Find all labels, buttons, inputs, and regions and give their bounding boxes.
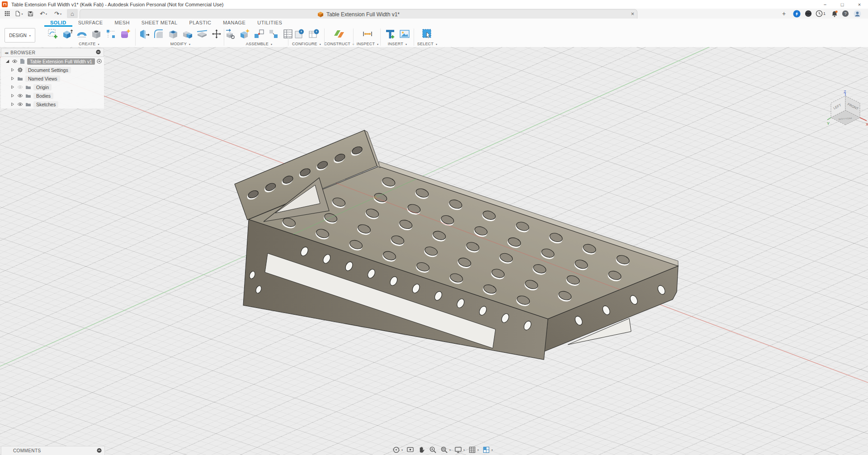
tab-sheet-metal[interactable]: SHEET METAL (136, 19, 184, 27)
save-button[interactable] (26, 9, 34, 18)
create-form-button[interactable] (118, 27, 132, 41)
browser-header[interactable]: ◀◀ BROWSER (1, 48, 104, 57)
zoom-window-button[interactable]: ▾ (439, 445, 452, 455)
zoom-button[interactable] (428, 445, 438, 455)
grid-snap-button[interactable]: ▾ (467, 445, 480, 455)
eye-icon[interactable] (17, 102, 23, 106)
tab-mesh[interactable]: MESH (108, 19, 135, 27)
status-globe-icon[interactable] (805, 9, 812, 18)
browser-options-icon[interactable] (96, 50, 101, 56)
redo-button[interactable]: ↷▾ (52, 9, 64, 18)
browser-item-label[interactable]: Bodies (33, 93, 53, 99)
tab-solid[interactable]: SOLID (44, 19, 72, 27)
caret-down-icon: ▾ (189, 43, 190, 46)
browser-item-label[interactable]: Named Views (25, 76, 60, 82)
group-label-insert[interactable]: INSERT▾ (388, 42, 407, 46)
browser-item-sketches[interactable]: Sketches (1, 100, 104, 109)
move-copy-button[interactable] (210, 27, 223, 41)
eye-off-icon[interactable] (17, 85, 23, 89)
new-component-button[interactable] (238, 27, 251, 41)
document-tab[interactable]: Table Extension Full Width v1* × (80, 9, 637, 19)
maximize-button[interactable]: □ (834, 2, 851, 7)
tab-manage[interactable]: MANAGE (217, 19, 251, 27)
browser-root-row[interactable]: Table Extension Full Width v1 (1, 57, 104, 66)
configuration-table-button[interactable] (307, 27, 321, 41)
as-built-joint-button[interactable] (267, 27, 280, 41)
expand-icon[interactable] (11, 68, 15, 72)
measure-button[interactable] (361, 27, 374, 41)
help-icon[interactable]: ? (842, 9, 849, 18)
press-pull-button[interactable] (137, 27, 151, 41)
browser-root-label[interactable]: Table Extension Full Width v1 (27, 58, 95, 65)
group-label-assemble[interactable]: ASSEMBLE▾ (246, 42, 272, 46)
shell-button[interactable] (166, 27, 180, 41)
browser-item-bodies[interactable]: Bodies (1, 91, 104, 100)
combine-button[interactable] (181, 27, 194, 41)
group-label-select[interactable]: SELECT▾ (417, 42, 437, 46)
look-at-button[interactable] (406, 445, 415, 455)
viewport-3d-canvas[interactable]: ◀◀ BROWSER Table Extension Full Width v1 (0, 47, 868, 455)
browser-item-label[interactable]: Origin (33, 84, 52, 90)
fillet-button[interactable] (152, 27, 165, 41)
viewports-button[interactable]: ▾ (481, 445, 494, 455)
eye-icon[interactable] (17, 94, 23, 98)
comments-panel-bar[interactable]: COMMENTS (1, 446, 105, 455)
pattern-button[interactable] (104, 27, 118, 41)
new-tab-button[interactable]: + (782, 9, 786, 18)
expand-icon[interactable] (11, 102, 15, 106)
expand-icon[interactable] (11, 76, 15, 81)
orbit-button[interactable]: ▾ (392, 445, 404, 455)
browser-item-label[interactable]: Sketches (33, 101, 58, 108)
expand-icon[interactable] (11, 85, 15, 89)
create-sketch-button[interactable] (46, 27, 60, 41)
expand-icon[interactable] (5, 59, 10, 63)
group-label-construct[interactable]: CONSTRUCT▾ (324, 42, 354, 46)
file-menu-button[interactable]: ▾ (14, 9, 24, 18)
extrude-button[interactable] (61, 27, 74, 41)
group-label-configure[interactable]: CONFIGURE▾ (292, 42, 321, 46)
tab-close-button[interactable]: × (631, 10, 634, 17)
split-body-button[interactable] (195, 27, 209, 41)
hole-button[interactable] (90, 27, 103, 41)
browser-item-document-settings[interactable]: Document Settings (1, 66, 104, 74)
tab-utilities[interactable]: UTILITIES (251, 19, 288, 27)
pan-button[interactable] (417, 445, 426, 455)
fusion-extension-icon[interactable] (793, 9, 801, 18)
derive-button[interactable] (223, 27, 237, 41)
home-button[interactable]: ⌂ (67, 9, 78, 18)
tab-plastic[interactable]: PLASTIC (184, 19, 217, 27)
insert-derive-button[interactable] (383, 27, 397, 41)
caret-down-icon: ▾ (406, 43, 407, 46)
display-settings-button[interactable]: ▾ (453, 445, 466, 455)
group-configure: CONFIGURE▾ (289, 27, 324, 47)
browser-item-label[interactable]: Document Settings (25, 67, 71, 73)
construct-plane-button[interactable] (332, 27, 346, 41)
eye-icon[interactable] (12, 59, 18, 63)
minimize-button[interactable]: − (816, 2, 834, 7)
configuration-button[interactable] (292, 27, 306, 41)
joint-button[interactable] (252, 27, 266, 41)
revolve-button[interactable] (75, 27, 89, 41)
comments-expand-icon[interactable] (97, 448, 102, 454)
select-button[interactable] (420, 27, 434, 41)
tab-surface[interactable]: SURFACE (72, 19, 109, 27)
group-separator (353, 28, 354, 46)
close-button[interactable]: × (851, 2, 868, 7)
browser-item-named-views[interactable]: Named Views (1, 74, 104, 83)
caret-down-icon: ▾ (271, 43, 272, 46)
notification-bell-icon[interactable] (831, 9, 838, 18)
collapse-panel-icon[interactable]: ◀◀ (5, 51, 8, 54)
job-status-clock-icon[interactable]: 1 (816, 9, 826, 18)
undo-button[interactable]: ↶▾ (37, 9, 50, 18)
user-avatar[interactable] (854, 9, 861, 18)
group-label-inspect[interactable]: INSPECT▾ (357, 42, 379, 46)
group-label-create[interactable]: CREATE▾ (79, 42, 99, 46)
app-grid-menu-button[interactable] (3, 9, 12, 18)
activate-component-icon[interactable] (97, 59, 102, 64)
design-mode-dropdown[interactable]: DESIGN ▾ (5, 28, 35, 43)
group-label-modify[interactable]: MODIFY▾ (170, 42, 190, 46)
view-cube[interactable]: Z LEFT FRONT BOTTOM X Y (826, 89, 868, 139)
browser-item-origin[interactable]: Origin (1, 83, 104, 91)
insert-image-button[interactable] (398, 27, 411, 41)
expand-icon[interactable] (11, 94, 15, 98)
